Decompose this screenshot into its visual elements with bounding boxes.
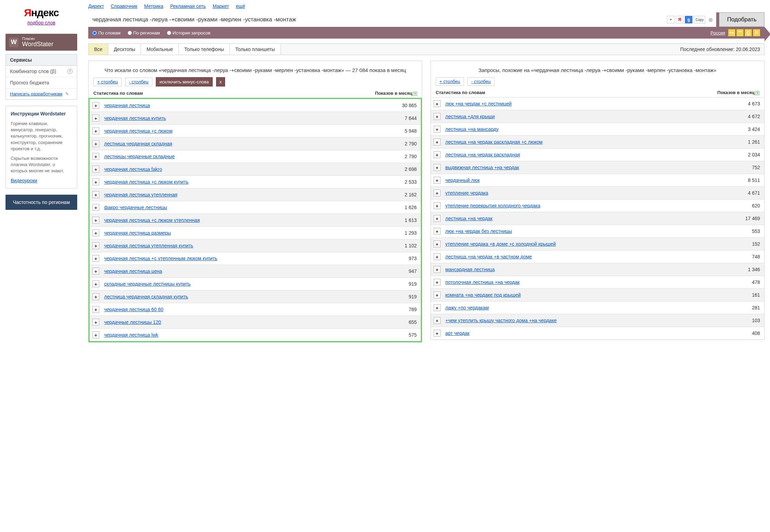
add-keyword-button[interactable]: + xyxy=(92,191,99,198)
keyword-link[interactable]: чердачная лестница xyxy=(104,103,398,108)
keyword-link[interactable]: чердачная лестница купить xyxy=(104,115,401,121)
add-keyword-button[interactable]: + xyxy=(434,190,440,196)
keyword-link[interactable]: лестница +на чердак раскладная +с люком xyxy=(445,139,744,145)
keyword-link[interactable]: лестница чердачная складная купить xyxy=(104,294,405,299)
top-link-metrika[interactable]: Метрика xyxy=(144,3,163,9)
add-keyword-button[interactable]: + xyxy=(92,153,99,160)
radio-by-regions[interactable]: По регионам xyxy=(128,30,160,35)
top-link-adnetwork[interactable]: Рекламная сеть xyxy=(170,3,206,9)
keyword-link[interactable]: чердачная лестница lwk xyxy=(104,332,405,338)
keyword-link[interactable]: лестница +на мансарду xyxy=(445,126,744,132)
help-icon[interactable]: ? xyxy=(755,91,759,95)
add-keyword-button[interactable]: + xyxy=(92,140,99,147)
operator-exclaim[interactable]: !! xyxy=(753,29,760,37)
keyword-link[interactable]: +чем утеплить крышу частного дома +на че… xyxy=(445,318,749,323)
keyword-link[interactable]: утепление чердака +в доме +с холодной кр… xyxy=(445,241,749,247)
wordstat-subtitle-link[interactable]: подбор слов xyxy=(6,20,77,25)
tab-mobile[interactable]: Мобильные xyxy=(141,44,179,55)
add-keyword-button[interactable]: + xyxy=(434,126,440,133)
keyword-link[interactable]: чердачная лестница утепленная xyxy=(104,192,401,197)
yandex-icon[interactable]: Я xyxy=(676,16,683,23)
operator-plusplus[interactable]: ++ xyxy=(728,29,736,37)
keyword-link[interactable]: складные чердачные лестницы купить xyxy=(104,281,405,287)
yandex-logo[interactable]: Яндекс xyxy=(6,7,77,19)
add-keyword-button[interactable]: + xyxy=(92,268,99,275)
help-icon[interactable]: ? xyxy=(413,92,417,96)
search-input[interactable] xyxy=(88,12,665,27)
add-keyword-button[interactable]: + xyxy=(92,166,99,173)
add-keyword-button[interactable]: + xyxy=(92,178,99,185)
keyword-link[interactable]: лестницы чердачные складные xyxy=(104,154,401,159)
add-keyword-button[interactable]: + xyxy=(434,253,440,260)
add-keyword-button[interactable]: + xyxy=(92,229,99,236)
add-keyword-button[interactable]: + xyxy=(434,215,440,222)
tab-all[interactable]: Все xyxy=(89,44,108,55)
keyword-link[interactable]: чердачный люк xyxy=(445,177,744,183)
top-link-more[interactable]: ещё xyxy=(236,3,245,9)
keyword-link[interactable]: комната +на чердаке под крышей xyxy=(445,292,749,298)
keyword-link[interactable]: чердачная лестница +с утепленным люком к… xyxy=(104,256,405,261)
add-keyword-button[interactable]: + xyxy=(434,279,440,286)
keyword-link[interactable]: чердачная лестница утепленная купить xyxy=(104,243,401,248)
add-keyword-button[interactable]: + xyxy=(92,115,99,122)
sidebar-item-combinator[interactable]: Комбинатор слов (β) ? xyxy=(6,66,77,77)
tab-tablets[interactable]: Только планшеты xyxy=(230,44,281,55)
add-keyword-button[interactable]: + xyxy=(92,280,99,287)
keyword-link[interactable]: чердачная лестница 60 60 xyxy=(104,307,405,312)
top-link-market[interactable]: Маркет xyxy=(213,3,229,9)
search-button[interactable]: Подобрать xyxy=(719,12,764,27)
google-icon[interactable]: g xyxy=(685,16,692,23)
exclude-x-button[interactable]: x xyxy=(216,77,225,86)
write-developers-link[interactable]: Написать разработчикам xyxy=(10,91,62,96)
top-link-spravochnik[interactable]: Справочник xyxy=(111,3,137,9)
keyword-link[interactable]: мансардная лестница xyxy=(445,267,744,272)
add-keyword-button[interactable]: + xyxy=(434,228,440,235)
keyword-link[interactable]: лажу +по чердакам xyxy=(445,305,749,310)
keyword-link[interactable]: чердачная лестница +с люком купить xyxy=(104,179,401,185)
add-keyword-button[interactable]: + xyxy=(434,100,440,107)
sidebar-item-forecast[interactable]: Прогноз бюджета xyxy=(6,77,77,89)
keyword-link[interactable]: чердачная лестница +с люком xyxy=(104,128,401,134)
add-keyword-button[interactable]: + xyxy=(434,139,440,145)
keyword-link[interactable]: чердачная лестница цена xyxy=(104,268,405,274)
help-icon[interactable]: ? xyxy=(67,69,73,74)
tab-desktops[interactable]: Десктопы xyxy=(108,44,141,55)
radio-history[interactable]: История запросов xyxy=(167,30,211,35)
add-keyword-button[interactable]: + xyxy=(434,241,440,247)
keyword-link[interactable]: люк +на чердак +с лестницей xyxy=(445,101,744,106)
add-keyword-button[interactable]: + xyxy=(92,102,99,109)
add-keyword-button[interactable]: + xyxy=(434,317,440,324)
keyword-link[interactable]: чердачные лестницы 120 xyxy=(104,319,405,325)
copy-button[interactable]: Copy xyxy=(694,16,705,23)
frequency-by-region-button[interactable]: Частотность по регионам xyxy=(6,195,77,210)
add-plus-icon[interactable]: + xyxy=(667,16,675,23)
keyword-link[interactable]: утепление перекрытия холодного чердака xyxy=(445,203,749,208)
add-keyword-button[interactable]: + xyxy=(92,204,99,211)
add-keyword-button[interactable]: + xyxy=(434,177,440,184)
add-keyword-button[interactable]: + xyxy=(434,151,440,158)
add-keyword-button[interactable]: + xyxy=(434,330,440,337)
add-keyword-button[interactable]: + xyxy=(434,266,440,273)
region-selector[interactable]: Россия xyxy=(710,30,725,35)
keyword-link[interactable]: потолочная лестница +на чердак xyxy=(445,279,749,285)
add-keyword-button[interactable]: + xyxy=(92,127,99,134)
keyword-link[interactable]: люк +на чердак без лестницы xyxy=(445,228,749,234)
right-minus-column[interactable]: - столбец xyxy=(467,77,495,86)
add-keyword-button[interactable]: + xyxy=(434,164,440,171)
keyword-link[interactable]: лестница +на чердак xyxy=(445,216,742,221)
keyword-link[interactable]: лестница +для крыши xyxy=(445,114,744,119)
keyword-link[interactable]: лестница +на чердак +в частном доме xyxy=(445,254,749,259)
keyword-link[interactable]: чердачная лестница размеры xyxy=(104,230,401,236)
top-link-direct[interactable]: Директ xyxy=(88,3,104,9)
left-minus-column[interactable]: - столбец xyxy=(125,78,152,86)
add-keyword-button[interactable]: + xyxy=(92,242,99,249)
clear-icon[interactable]: ⊗ xyxy=(707,16,714,23)
add-keyword-button[interactable]: + xyxy=(92,217,99,224)
keyword-link[interactable]: лестница чердачная складная xyxy=(104,141,401,146)
add-keyword-button[interactable]: + xyxy=(92,293,99,300)
add-keyword-button[interactable]: + xyxy=(434,291,440,298)
add-keyword-button[interactable]: + xyxy=(92,255,99,262)
keyword-link[interactable]: факро чердачные лестницы xyxy=(104,205,401,210)
video-lessons-link[interactable]: Видеоуроки xyxy=(11,178,37,183)
keyword-link[interactable]: арт чердак xyxy=(445,330,749,336)
